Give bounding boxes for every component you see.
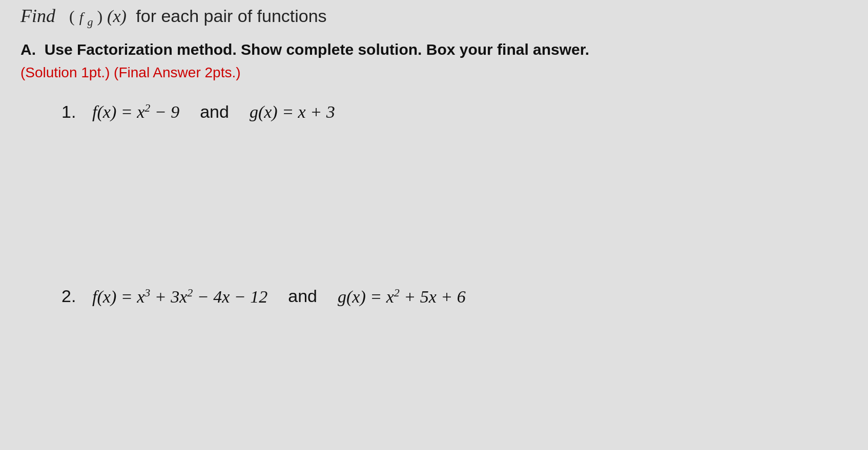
problem-2-and: and [288,286,317,306]
problem-2-number: 2. [61,286,92,306]
problem-1: 1. f(x) = x2 − 9 and g(x) = x + 3 [20,101,848,122]
top-header: Find ( f g ) (x) for each pair of functi… [20,5,848,29]
problem-1-number: 1. [61,102,92,122]
problem-2: 2. f(x) = x3 + 3x2 − 4x − 12 and g(x) = … [20,286,848,307]
section-instruction: Use Factorization method. Show complete … [45,41,590,58]
problem-2-f: f(x) = x3 + 3x2 − 4x − 12 [92,286,267,307]
section-label: A. [20,41,36,58]
section-subtitle: (Solution 1pt.) (Final Answer 2pts.) [20,65,848,81]
problem-1-f: f(x) = x2 − 9 [92,101,179,122]
section-title: A. Use Factorization method. Show comple… [20,39,848,81]
problem-1-g: g(x) = x + 3 [250,102,335,122]
problem-2-g: g(x) = x2 + 5x + 6 [338,286,466,307]
page-container: Find ( f g ) (x) for each pair of functi… [0,0,868,342]
problem-1-and: and [200,102,229,122]
